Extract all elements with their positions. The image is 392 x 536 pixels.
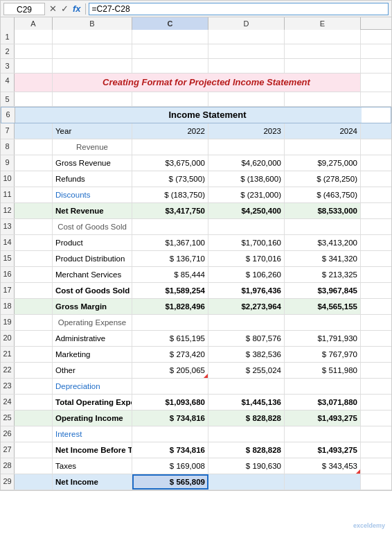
cell-a2[interactable]: [15, 44, 53, 58]
cell-e2[interactable]: [285, 44, 361, 58]
col-header-c[interactable]: C: [132, 17, 208, 30]
cell-d7-2023[interactable]: 2023: [208, 123, 285, 139]
cell-b21[interactable]: Marketing: [53, 347, 132, 362]
cell-e14[interactable]: $3,413,200: [285, 235, 361, 250]
cell-c28[interactable]: $ 169,008: [132, 458, 208, 474]
cell-d8[interactable]: [208, 139, 285, 155]
cell-d24[interactable]: $1,445,136: [208, 395, 285, 410]
cell-a29[interactable]: [15, 474, 53, 490]
cell-b15[interactable]: Product Distribution: [53, 251, 132, 266]
cell-d14[interactable]: $1,700,160: [208, 235, 285, 250]
cell-a16[interactable]: [15, 267, 53, 282]
col-header-a[interactable]: A: [15, 17, 53, 30]
cell-e18[interactable]: $4,565,155: [285, 299, 361, 314]
cell-d5[interactable]: [208, 92, 285, 106]
cell-e10[interactable]: $ (278,250): [285, 171, 361, 187]
cell-e23[interactable]: [285, 379, 361, 394]
cell-a24[interactable]: [15, 395, 53, 410]
cell-e11[interactable]: $ (463,750): [285, 187, 361, 202]
cell-e9[interactable]: $9,275,000: [285, 155, 361, 171]
cell-c16[interactable]: $ 85,444: [132, 267, 208, 282]
cell-a9[interactable]: [15, 155, 53, 171]
cell-d15[interactable]: $ 170,016: [208, 251, 285, 266]
cell-b9[interactable]: Gross Revenue: [53, 155, 132, 171]
cell-c15[interactable]: $ 136,710: [132, 251, 208, 266]
fx-icon[interactable]: fx: [71, 3, 82, 14]
cell-d27[interactable]: $ 828,828: [208, 442, 285, 458]
cell-a7[interactable]: [15, 123, 53, 139]
cell-a10[interactable]: [15, 171, 53, 187]
cell-c2[interactable]: [132, 44, 208, 58]
cell-b28[interactable]: Taxes: [53, 458, 132, 474]
cell-d26[interactable]: [208, 426, 285, 442]
cell-d11[interactable]: $ (231,000): [208, 187, 285, 202]
cell-d12[interactable]: $4,250,400: [208, 203, 285, 218]
cell-e29[interactable]: [285, 474, 361, 490]
cell-e21[interactable]: $ 767,970: [285, 347, 361, 362]
cell-b22[interactable]: Other: [53, 363, 132, 378]
cell-e15[interactable]: $ 341,320: [285, 251, 361, 266]
cell-b6-income[interactable]: Income Statement: [53, 107, 362, 123]
cell-e27[interactable]: $1,493,275: [285, 442, 361, 458]
cell-c5[interactable]: [132, 92, 208, 106]
cell-a21[interactable]: [15, 347, 53, 362]
cell-a14[interactable]: [15, 235, 53, 250]
cell-b27[interactable]: Net Income Before Tax: [53, 442, 132, 458]
formula-input[interactable]: =C27-C28: [89, 3, 389, 15]
cell-e13[interactable]: [285, 219, 361, 234]
cell-b5[interactable]: [53, 92, 132, 106]
cell-c18[interactable]: $1,828,496: [132, 299, 208, 314]
cell-c29[interactable]: $ 565,809: [132, 474, 208, 490]
cell-a28[interactable]: [15, 458, 53, 474]
cell-a13[interactable]: [15, 219, 53, 234]
cell-d21[interactable]: $ 382,536: [208, 347, 285, 362]
cell-a25[interactable]: [15, 410, 53, 426]
cell-b3[interactable]: [53, 59, 132, 73]
cell-c12[interactable]: $3,417,750: [132, 203, 208, 218]
cell-b18[interactable]: Gross Margin: [53, 299, 132, 314]
col-header-b[interactable]: B: [53, 17, 132, 30]
cell-c7-2022[interactable]: 2022: [132, 123, 208, 139]
cell-c3[interactable]: [132, 59, 208, 73]
cell-e7-2024[interactable]: 2024: [285, 123, 361, 139]
cell-d23[interactable]: [208, 379, 285, 394]
cell-c25[interactable]: $ 734,816: [132, 410, 208, 426]
cell-b25[interactable]: Operating Income: [53, 410, 132, 426]
cell-a27[interactable]: [15, 442, 53, 458]
cell-b12[interactable]: Net Revenue: [53, 203, 132, 218]
cell-e26[interactable]: [285, 426, 361, 442]
cell-c19[interactable]: [132, 315, 208, 330]
cell-b17[interactable]: Cost of Goods Sold: [53, 283, 132, 298]
cell-d2[interactable]: [208, 44, 285, 58]
cell-a3[interactable]: [15, 59, 53, 73]
cell-e22[interactable]: $ 511,980: [285, 363, 361, 378]
cell-c21[interactable]: $ 273,420: [132, 347, 208, 362]
col-header-e[interactable]: E: [285, 17, 361, 30]
cell-c14[interactable]: $1,367,100: [132, 235, 208, 250]
cell-c11[interactable]: $ (183,750): [132, 187, 208, 202]
cell-b20[interactable]: Administrative: [53, 331, 132, 346]
cell-a17[interactable]: [15, 283, 53, 298]
cell-d20[interactable]: $ 807,576: [208, 331, 285, 346]
cell-c20[interactable]: $ 615,195: [132, 331, 208, 346]
cell-a19[interactable]: [15, 315, 53, 330]
cell-a12[interactable]: [15, 203, 53, 218]
cell-a15[interactable]: [15, 251, 53, 266]
cell-e1[interactable]: [285, 30, 361, 44]
cell-e12[interactable]: $8,533,000: [285, 203, 361, 218]
cell-d25[interactable]: $ 828,828: [208, 410, 285, 426]
cell-a8[interactable]: [15, 139, 53, 155]
cell-b8-revenue[interactable]: Revenue: [53, 139, 132, 155]
cell-b7-year[interactable]: Year: [53, 123, 132, 139]
cell-e25[interactable]: $1,493,275: [285, 410, 361, 426]
cell-b16[interactable]: Merchant Services: [53, 267, 132, 282]
cell-d9[interactable]: $4,620,000: [208, 155, 285, 171]
cell-b11[interactable]: Discounts: [53, 187, 132, 202]
cell-d13[interactable]: [208, 219, 285, 234]
cell-reference[interactable]: C29: [3, 3, 45, 15]
cell-d19[interactable]: [208, 315, 285, 330]
cell-c17[interactable]: $1,589,254: [132, 283, 208, 298]
cell-a1[interactable]: [15, 30, 53, 44]
cell-c13[interactable]: [132, 219, 208, 234]
cell-c10[interactable]: $ (73,500): [132, 171, 208, 187]
